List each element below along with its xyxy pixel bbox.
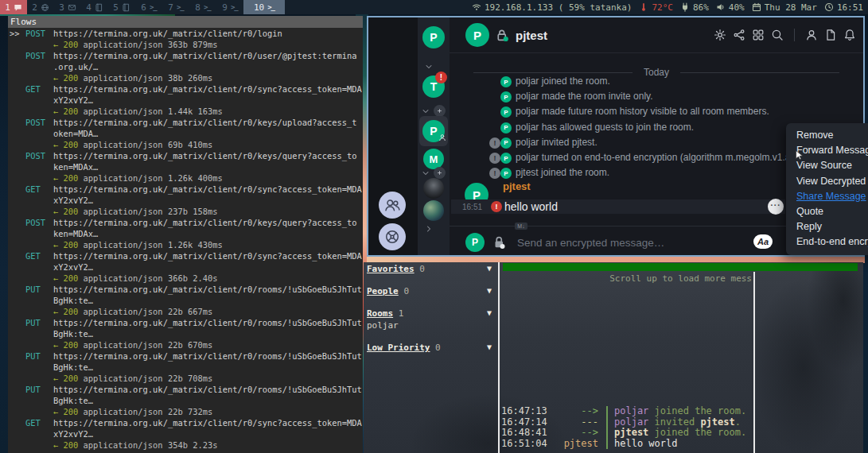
status-text: 86%	[693, 2, 709, 13]
menu-item-reply[interactable]: Reply	[786, 219, 868, 234]
flow-row[interactable]: PUThttps://termina.org.uk/_matrix/client…	[8, 317, 363, 350]
room-item-poljar[interactable]: poljar	[367, 320, 494, 331]
state-event: Ppoljar made the room invite only.	[450, 90, 863, 105]
menu-item-share-message[interactable]: Share Message	[786, 189, 868, 204]
workspace-button-6[interactable]: 6>_	[135, 0, 162, 14]
apps-button[interactable]	[751, 28, 765, 42]
log-line: 16:48:41-->pjtest joined the room.	[501, 428, 753, 439]
flow-url-cont: BgHk:te…	[53, 328, 93, 339]
flow-row[interactable]: POSThttps://termina.org.uk/_matrix/clien…	[8, 50, 363, 83]
avatar[interactable]: P	[500, 91, 512, 103]
section-name: Low Priority	[367, 343, 430, 353]
avatar[interactable]: P	[500, 168, 512, 179]
notifications-button[interactable]	[843, 28, 857, 42]
terminal-icon: >_	[150, 3, 157, 11]
explore-button[interactable]	[379, 223, 406, 250]
flow-method: GET	[25, 184, 53, 195]
flow-method: GET	[25, 417, 53, 428]
workspace-button-2[interactable]: 2	[27, 0, 54, 14]
chevron-down-icon[interactable]	[424, 59, 434, 73]
flow-row[interactable]: GEThttps://termina.org.uk/_matrix/client…	[8, 417, 363, 451]
flow-status: ← 200	[53, 406, 78, 417]
menu-item-view-source[interactable]: View Source	[786, 158, 868, 173]
flow-row[interactable]: GEThttps://termina.org.uk/_matrix/client…	[8, 250, 363, 284]
workspace-button-9[interactable]: 9>_	[216, 0, 243, 14]
section-name: Favorites	[367, 264, 415, 274]
collapse-arrow-icon[interactable]: ▼	[487, 343, 492, 351]
avatar[interactable]: P	[500, 153, 512, 164]
share-button[interactable]	[732, 28, 746, 42]
message-row[interactable]: 16:51 ! hello world	[451, 199, 785, 214]
buffer-section-favorites[interactable]: Favorites 0▼	[367, 264, 494, 275]
room-tile-selected[interactable]: P	[419, 116, 448, 146]
user-avatar[interactable]: P	[422, 26, 445, 48]
settings-button[interactable]	[713, 28, 727, 42]
flow-row[interactable]: GEThttps://termina.org.uk/_matrix/client…	[8, 83, 363, 117]
add-room-button[interactable]	[434, 105, 446, 117]
flow-row[interactable]: PUThttps://termina.org.uk/_matrix/client…	[8, 384, 363, 417]
people-button[interactable]	[379, 192, 406, 219]
flow-method: PUT	[25, 284, 53, 295]
log-segment: invited	[648, 417, 700, 428]
encryption-lock-icon	[492, 234, 508, 250]
message-options-button[interactable]: ···	[768, 199, 784, 215]
chevron-down-icon[interactable]	[421, 106, 430, 116]
menu-item-quote[interactable]: Quote	[786, 204, 868, 219]
buffer-section-low-priority[interactable]: Low Priority 0▼	[367, 343, 494, 354]
collapse-arrow-icon[interactable]: ▼	[487, 308, 492, 317]
log-time: 16:51:04	[501, 439, 549, 450]
flow-row[interactable]: PUThttps://termina.org.uk/_matrix/client…	[8, 284, 363, 317]
flow-url-cont: ken=MDAx…	[53, 161, 98, 172]
avatar[interactable]: P	[500, 106, 512, 118]
collapse-arrow-icon[interactable]: ▼	[487, 286, 492, 295]
flow-row[interactable]: PUThttps://termina.org.uk/_matrix/client…	[8, 350, 363, 384]
buffer-section-rooms[interactable]: Rooms 1▼	[367, 308, 494, 319]
message-context-menu: RemoveForward MessageView SourceView Dec…	[786, 123, 868, 255]
room-avatar-tower[interactable]	[423, 178, 444, 199]
workspace-button-8[interactable]: 8>_	[189, 0, 216, 14]
menu-item-view-decrypted-s[interactable]: View Decrypted S	[786, 174, 868, 189]
avatar[interactable]: P	[500, 137, 512, 149]
flow-row[interactable]: POSThttps://termina.org.uk/_matrix/clien…	[8, 217, 363, 250]
flow-info: application/json 22b 670ms	[78, 339, 212, 350]
workspace-button-10[interactable]: 10>_	[243, 0, 285, 14]
book-icon	[122, 3, 130, 12]
avatar[interactable]: P	[500, 76, 512, 87]
lock-icon	[492, 234, 508, 250]
message-input[interactable]	[516, 233, 749, 252]
add-room-button[interactable]	[434, 167, 446, 179]
format-button[interactable]: Aa	[753, 234, 773, 249]
workspace-number: 10	[254, 2, 264, 13]
chevron-right-icon[interactable]	[424, 221, 434, 235]
avatar[interactable]: P	[500, 122, 512, 134]
collapse-arrow-icon[interactable]: ▼	[487, 264, 492, 273]
workspace-button-5[interactable]: 5	[108, 0, 135, 14]
flow-row[interactable]: GEThttps://termina.org.uk/_matrix/client…	[8, 184, 363, 217]
buffer-title-bar	[503, 263, 858, 271]
flow-row[interactable]: >>POSThttps://termina.org.uk/_matrix/cli…	[8, 28, 363, 50]
person-overlay-icon	[438, 130, 446, 144]
workspace-button-4[interactable]: 4	[81, 0, 108, 14]
room-avatar-earth[interactable]	[423, 200, 444, 221]
terminal-icon: >_	[204, 3, 211, 11]
flow-row[interactable]: POSThttps://termina.org.uk/_matrix/clien…	[8, 117, 363, 150]
files-button[interactable]	[823, 28, 838, 42]
members-button[interactable]	[804, 28, 819, 42]
workspace-button-1[interactable]: 1	[0, 0, 27, 14]
workspace-button-3[interactable]: 3	[54, 0, 81, 14]
room-avatar[interactable]: P	[465, 23, 489, 47]
flow-url-cont: BgHk:te…	[53, 295, 93, 306]
status-text: 72°C	[652, 2, 673, 13]
prefix-separator	[606, 417, 608, 428]
state-event-text: pjtest joined the room.	[516, 167, 609, 178]
menu-item-end-to-end-encry[interactable]: End-to-end encry	[786, 234, 868, 250]
search-button[interactable]	[770, 28, 784, 42]
menu-item-remove[interactable]: Remove	[786, 128, 868, 143]
state-event: Ppoljar made future room history visible…	[450, 105, 863, 120]
apps-icon	[752, 29, 765, 41]
mouse-cursor-icon	[794, 149, 805, 161]
flow-row[interactable]: POSThttps://termina.org.uk/_matrix/clien…	[8, 150, 363, 184]
workspace-button-7[interactable]: 7>_	[162, 0, 189, 14]
workspace-list: 123456>_7>_8>_9>_10>_	[0, 0, 285, 14]
buffer-section-people[interactable]: People 0▼	[367, 286, 494, 297]
